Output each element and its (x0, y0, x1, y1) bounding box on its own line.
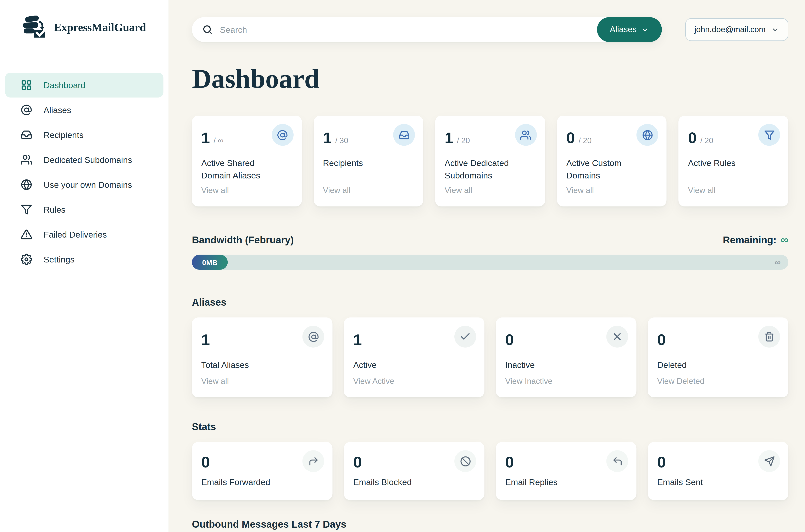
user-email: john.doe@mail.com (694, 25, 766, 34)
card-value: 1 (201, 129, 210, 147)
send-icon (758, 450, 780, 472)
forward-arrow-icon (303, 450, 324, 472)
card-value: 0 (566, 129, 575, 147)
check-icon (454, 326, 476, 347)
infinity-icon: ∞ (775, 258, 781, 267)
trash-icon (758, 326, 780, 347)
view-all-link[interactable]: View all (201, 186, 292, 195)
view-all-link[interactable]: View all (323, 186, 414, 195)
view-all-link[interactable]: View all (688, 186, 779, 195)
sidebar-item-dedicated-subdomains[interactable]: Dedicated Subdomains (5, 147, 164, 172)
card-value: 0 (201, 453, 210, 471)
bandwidth-remaining: Remaining: ∞ (723, 233, 788, 246)
alert-triangle-icon (21, 229, 32, 240)
card-title: Emails Sent (657, 476, 779, 489)
card-title: Emails Blocked (353, 476, 475, 489)
sidebar-item-label: Rules (43, 205, 65, 214)
search-scope-dropdown[interactable]: Aliases (597, 17, 662, 42)
page-title: Dashboard (192, 64, 788, 94)
summary-card-shared-aliases: 1/ ∞ Active Shared Domain Aliases View a… (192, 116, 302, 207)
card-title: Deleted (657, 359, 779, 372)
card-value: 1 (323, 129, 331, 147)
card-title: Active Custom Domains (566, 157, 657, 182)
stats-section: Stats 0 Emails Forwarded 0 Emails Blocke… (192, 421, 788, 500)
sidebar-item-label: Recipients (43, 130, 83, 140)
main-content: Aliases john.doe@mail.com Dashboard 1/ ∞ (169, 0, 805, 532)
card-limit: / 30 (335, 136, 348, 145)
sidebar-item-label: Failed Deliveries (43, 229, 107, 240)
bandwidth-title: Bandwidth (February) (192, 234, 294, 246)
card-value: 1 (201, 331, 210, 348)
card-value: 0 (505, 331, 514, 348)
card-limit: / 20 (579, 136, 592, 145)
card-title: Total Aliases (201, 359, 323, 372)
brand-logo-icon (22, 16, 48, 39)
search-input[interactable] (220, 25, 589, 35)
chevron-down-icon (641, 26, 649, 34)
card-value: 0 (657, 331, 666, 348)
card-title: Emails Forwarded (201, 476, 323, 489)
card-value: 1 (353, 331, 362, 348)
user-menu[interactable]: john.doe@mail.com (685, 18, 788, 41)
brand-logo[interactable]: ExpressMailGuard (5, 16, 164, 39)
summary-cards: 1/ ∞ Active Shared Domain Aliases View a… (192, 116, 788, 207)
inbox-icon (21, 129, 32, 141)
users-icon (21, 154, 32, 166)
stat-card-sent: 0 Emails Sent (648, 442, 789, 500)
aliases-section: Aliases 1 Total Aliases View all 1 Activ… (192, 297, 788, 397)
bandwidth-used-badge: 0MB (192, 255, 228, 270)
sidebar-nav: Dashboard Aliases Recipients Dedicated S… (5, 73, 164, 272)
reply-arrow-icon (607, 450, 628, 472)
card-value: 0 (353, 453, 362, 471)
summary-card-recipients: 1/ 30 Recipients View all (313, 116, 423, 207)
stats-section-title: Stats (192, 421, 788, 433)
card-title: Active Dedicated Subdomains (445, 157, 536, 182)
card-title: Recipients (323, 157, 414, 170)
stat-card-blocked: 0 Emails Blocked (344, 442, 485, 500)
outbound-messages-title: Outbound Messages Last 7 Days (192, 519, 788, 530)
infinity-icon: ∞ (781, 233, 788, 246)
sidebar-item-label: Dashboard (43, 80, 85, 90)
sidebar-item-failed-deliveries[interactable]: Failed Deliveries (5, 222, 164, 247)
view-inactive-link[interactable]: View Inactive (505, 377, 627, 386)
card-limit: / 20 (700, 136, 713, 145)
globe-icon (21, 179, 32, 190)
bandwidth-progressbar: 0MB ∞ (192, 255, 788, 270)
sidebar-item-label: Aliases (43, 105, 71, 115)
card-title: Active (353, 359, 475, 372)
card-title: Inactive (505, 359, 627, 372)
summary-card-rules: 0/ 20 Active Rules View all (679, 116, 788, 207)
view-deleted-link[interactable]: View Deleted (657, 377, 779, 386)
brand-name: ExpressMailGuard (54, 21, 146, 34)
stat-card-forwarded: 0 Emails Forwarded (192, 442, 332, 500)
stat-card-replies: 0 Email Replies (496, 442, 636, 500)
remaining-label: Remaining: (723, 234, 777, 246)
sidebar-item-dashboard[interactable]: Dashboard (5, 73, 164, 97)
sidebar: ExpressMailGuard Dashboard Aliases Recip… (0, 0, 169, 532)
bandwidth-section: Bandwidth (February) Remaining: ∞ 0MB ∞ (192, 233, 788, 270)
card-value: 0 (688, 129, 697, 147)
sidebar-item-recipients[interactable]: Recipients (5, 122, 164, 147)
sidebar-item-aliases[interactable]: Aliases (5, 97, 164, 122)
topbar: Aliases john.doe@mail.com (192, 17, 788, 42)
sidebar-item-label: Settings (43, 254, 75, 264)
card-title: Email Replies (505, 476, 627, 489)
chevron-down-icon (771, 26, 779, 34)
view-all-link[interactable]: View all (445, 186, 536, 195)
alias-card-inactive: 0 Inactive View Inactive (496, 318, 636, 397)
card-title: Active Rules (688, 157, 779, 170)
view-active-link[interactable]: View Active (353, 377, 475, 386)
sidebar-item-rules[interactable]: Rules (5, 197, 164, 222)
at-sign-icon (303, 326, 324, 347)
filter-icon (758, 124, 780, 146)
summary-card-custom-domains: 0/ 20 Active Custom Domains View all (557, 116, 667, 207)
gear-icon (21, 254, 32, 265)
view-all-link[interactable]: View all (566, 186, 657, 195)
sidebar-item-settings[interactable]: Settings (5, 247, 164, 272)
sidebar-item-own-domains[interactable]: Use your own Domains (5, 172, 164, 197)
card-limit: / ∞ (213, 136, 224, 145)
view-all-link[interactable]: View all (201, 377, 323, 386)
at-sign-icon (21, 104, 32, 116)
x-icon (607, 326, 628, 347)
summary-card-dedicated-subdomains: 1/ 20 Active Dedicated Subdomains View a… (435, 116, 545, 207)
